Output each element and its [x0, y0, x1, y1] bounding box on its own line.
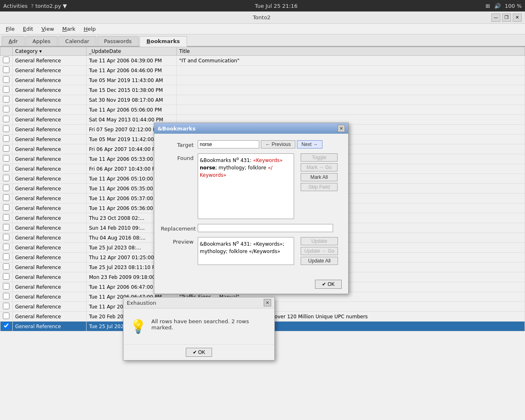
topbar: Activities ? tonto2.py ▼ Tue Jul 25 21:1… [0, 0, 525, 11]
topbar-left: Activities ? tonto2.py ▼ [3, 3, 67, 9]
network-icon: ⊞ [486, 3, 490, 9]
topbar-datetime: Tue Jul 25 21:16 [255, 3, 297, 9]
topbar-right: ⊞ 🔊 100 % [486, 3, 522, 9]
dropdown-icon[interactable]: ▼ [63, 3, 67, 9]
activities-label[interactable]: Activities [3, 3, 27, 9]
volume-icon: 🔊 [494, 3, 501, 9]
app-indicator: ? tonto2.py ▼ [31, 3, 67, 9]
battery-indicator: 100 % [505, 3, 522, 9]
